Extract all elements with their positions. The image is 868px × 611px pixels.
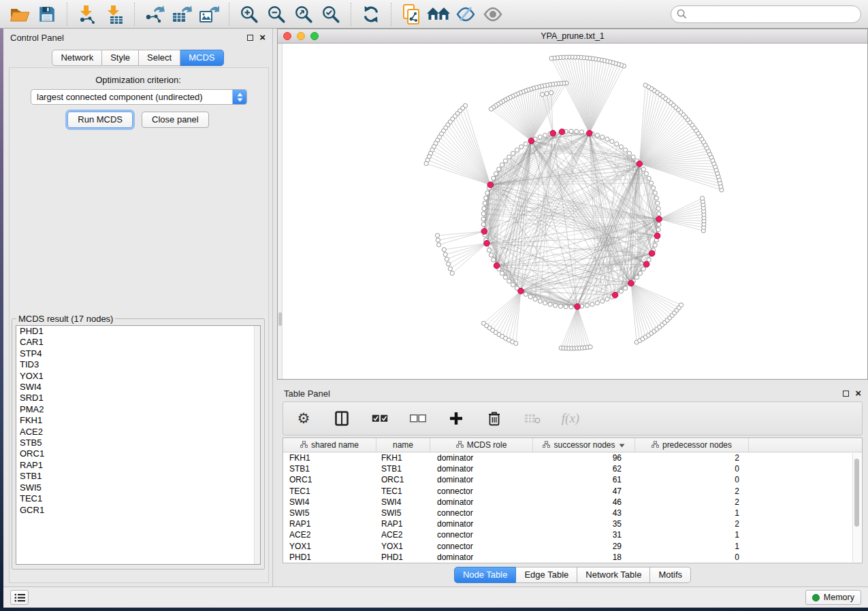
mcds-result-item[interactable]: SWI5 <box>16 482 260 493</box>
show-columns-icon[interactable] <box>333 407 351 430</box>
float-table-panel-icon[interactable] <box>843 391 849 397</box>
table-panel: Table Panel × ⚙ f(x) shared namenameMCDS… <box>277 384 868 587</box>
desktop-background <box>0 608 868 611</box>
mcds-result-item[interactable]: PMA2 <box>16 404 260 415</box>
tab-network-table[interactable]: Network Table <box>577 567 650 583</box>
status-bar: Memory <box>3 587 868 608</box>
table-row[interactable]: PHD1PHD1dominator180 <box>283 552 862 563</box>
table-panel-tabs: Node TableEdge TableNetwork TableMotifs <box>277 567 868 583</box>
mcds-result-item[interactable]: ORC1 <box>16 448 260 459</box>
table-row[interactable]: STB1STB1dominator620 <box>283 463 862 474</box>
table-row[interactable]: FKH1FKH1dominator962 <box>283 452 862 463</box>
mcds-result-item[interactable]: SWI4 <box>16 382 260 393</box>
open-session-icon[interactable] <box>8 3 31 26</box>
show-all-icon[interactable] <box>481 3 504 26</box>
main-toolbar <box>0 0 868 29</box>
table-row[interactable]: ACE2ACE2connector311 <box>283 529 862 540</box>
deselect-all-rows-icon[interactable] <box>409 407 427 430</box>
mcds-result-item[interactable]: STB1 <box>16 471 260 482</box>
mcds-result-item[interactable]: GCR1 <box>16 505 260 516</box>
network-window-titlebar[interactable]: YPA_prune.txt_1 <box>278 29 867 44</box>
mcds-list-scrollbar[interactable] <box>254 326 260 564</box>
tab-select[interactable]: Select <box>139 50 180 66</box>
network-scrollbar-thumb[interactable] <box>278 312 282 326</box>
mcds-result-item[interactable]: YOX1 <box>16 371 260 382</box>
hierarchy-icon <box>456 440 464 450</box>
column-header-shared-name[interactable]: shared name <box>283 438 376 452</box>
close-table-panel-icon[interactable]: × <box>855 390 861 397</box>
delete-column-icon[interactable] <box>485 407 503 430</box>
mcds-result-item[interactable]: TEC1 <box>16 493 260 504</box>
create-column-icon[interactable] <box>447 407 465 430</box>
network-canvas[interactable] <box>278 44 867 379</box>
mcds-result-item[interactable]: SRD1 <box>16 393 260 403</box>
node-table: shared namenameMCDS rolesuccessor nodesp… <box>283 437 863 563</box>
node-table-header: shared namenameMCDS rolesuccessor nodesp… <box>283 438 862 452</box>
table-row[interactable]: TEC1TEC1connector472 <box>283 486 862 497</box>
mcds-result-title: MCDS result (17 nodes) <box>16 314 115 324</box>
mcds-result-item[interactable]: RAP1 <box>16 460 260 471</box>
mcds-result-item[interactable]: STP4 <box>16 348 260 359</box>
save-session-icon[interactable] <box>35 3 59 26</box>
column-header-predecessor-nodes[interactable]: predecessor nodes <box>635 438 749 452</box>
table-scrollbar-thumb[interactable] <box>854 459 859 527</box>
tab-edge-table[interactable]: Edge Table <box>516 567 577 583</box>
search-input[interactable] <box>691 9 855 19</box>
zoom-fit-icon[interactable] <box>292 3 315 26</box>
network-scrollbar[interactable] <box>278 44 283 379</box>
table-row[interactable]: RAP1RAP1dominator352 <box>283 518 862 529</box>
mcds-result-item[interactable]: FKH1 <box>16 415 260 426</box>
mcds-result-item[interactable]: STB5 <box>16 437 260 448</box>
table-row[interactable]: ORC1ORC1dominator610 <box>283 474 862 485</box>
close-panel-icon[interactable]: × <box>259 34 266 41</box>
table-row[interactable]: YOX1YOX1connector291 <box>283 541 862 552</box>
table-scrollbar[interactable] <box>852 453 861 562</box>
tab-node-table[interactable]: Node Table <box>454 567 517 583</box>
column-header-successor-nodes[interactable]: successor nodes <box>533 438 635 452</box>
run-mcds-button[interactable]: Run MCDS <box>67 112 133 128</box>
network-graph[interactable] <box>278 44 867 379</box>
task-history-button[interactable] <box>10 590 29 605</box>
tab-style[interactable]: Style <box>102 50 139 66</box>
zoom-selected-icon[interactable] <box>319 3 342 26</box>
close-panel-button[interactable]: Close panel <box>142 112 209 128</box>
mcds-result-item[interactable]: ACE2 <box>16 427 260 437</box>
mcds-result-item[interactable]: TID3 <box>16 359 260 370</box>
column-header-MCDS-role[interactable]: MCDS role <box>430 438 533 452</box>
table-settings-gear-icon[interactable]: ⚙ <box>295 407 312 430</box>
mcds-result-item[interactable]: PHD1 <box>16 326 260 337</box>
select-all-rows-icon[interactable] <box>371 407 389 430</box>
tab-network[interactable]: Network <box>52 50 102 66</box>
tab-mcds[interactable]: MCDS <box>180 50 223 66</box>
node-table-body: FKH1FKH1dominator962STB1STB1dominator620… <box>283 452 862 563</box>
select-stepper-icon <box>232 89 246 105</box>
optimization-select[interactable]: largest connected component (undirected) <box>31 89 247 105</box>
function-builder-icon[interactable]: f(x) <box>562 407 579 430</box>
refresh-icon[interactable] <box>359 3 383 26</box>
export-network-icon[interactable] <box>143 3 166 26</box>
control-panel-tabs: NetworkStyleSelectMCDS <box>3 50 272 66</box>
hide-selected-icon[interactable] <box>454 3 477 26</box>
control-panel-title: Control Panel <box>10 33 64 43</box>
zoom-in-icon[interactable] <box>238 3 261 26</box>
search-box[interactable] <box>671 5 861 23</box>
tab-motifs[interactable]: Motifs <box>650 567 691 583</box>
export-table-icon[interactable] <box>170 3 193 26</box>
column-header-name[interactable]: name <box>376 438 430 452</box>
float-panel-icon[interactable] <box>247 35 253 41</box>
optimization-criterion-label: Optimization criterion: <box>3 75 273 85</box>
import-table-icon[interactable] <box>103 3 126 26</box>
import-network-icon[interactable] <box>76 3 99 26</box>
mcds-result-item[interactable]: CAR1 <box>16 337 260 348</box>
table-row[interactable]: SWI4SWI4dominator462 <box>283 497 862 508</box>
mcds-result-list[interactable]: PHD1CAR1STP4TID3YOX1SWI4SRD1PMA2FKH1ACE2… <box>16 325 261 565</box>
memory-button-label: Memory <box>824 593 854 602</box>
first-neighbors-icon[interactable] <box>427 3 450 26</box>
delete-table-icon[interactable] <box>524 407 541 430</box>
export-image-icon[interactable] <box>197 3 221 26</box>
memory-button[interactable]: Memory <box>805 590 861 605</box>
optimization-select-value: largest connected component (undirected) <box>31 92 232 102</box>
zoom-out-icon[interactable] <box>265 3 288 26</box>
clone-network-icon[interactable] <box>400 3 423 26</box>
table-row[interactable]: SWI5SWI5connector431 <box>283 508 862 518</box>
